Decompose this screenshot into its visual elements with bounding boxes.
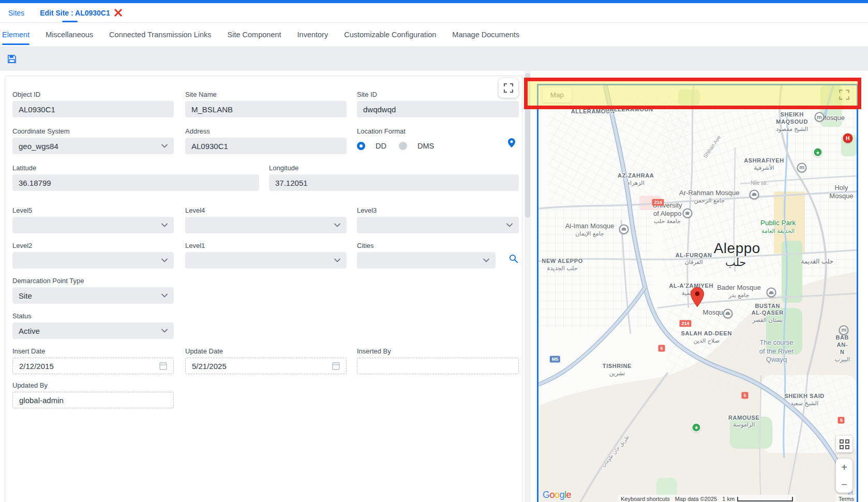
cities-select[interactable] [357,252,496,269]
save-button[interactable] [6,53,18,65]
hospital-poi-icon[interactable] [843,134,852,143]
calendar-icon[interactable] [332,362,340,370]
tab-inventory[interactable]: Inventory [297,24,328,45]
updated-by-field[interactable]: global-admin [12,392,174,408]
mosque-poi-icon[interactable] [723,308,732,318]
map-data-copyright: Map data ©2025 [672,495,720,502]
breadcrumb-edit-site-label: Edit Site : AL0930C1 [40,9,110,17]
longitude-label: Longitude [269,164,519,172]
zoom-in-button[interactable]: + [836,462,852,473]
address-field[interactable] [185,138,347,154]
site-name-field[interactable] [185,101,347,117]
cities-label: Cities [357,242,496,249]
google-logo[interactable]: Google [543,490,571,500]
save-icon [7,54,17,64]
metro-poi-icon[interactable] [839,325,849,335]
breadcrumb-edit-site-tab[interactable]: Edit Site : AL0930C1 [40,9,122,17]
map-scale: 1 km [720,495,796,502]
tab-element[interactable]: Element [2,24,29,45]
site-name-label: Site Name [185,91,347,98]
chevron-down-icon [334,258,340,262]
site-id-label: Site ID [357,91,519,98]
map-fullscreen-button[interactable] [837,87,851,102]
chevron-down-icon [161,258,168,262]
tab-bar: ElementMiscellaneousConnected Transmissi… [0,23,868,47]
chevron-down-icon [161,329,168,333]
breadcrumb-active-indicator [62,21,78,22]
map-zoom-control: + − [836,459,852,493]
tab-connected-transmission-links[interactable]: Connected Transmission Links [109,24,211,45]
form-scrollbar[interactable] [525,71,531,502]
insert-date-field[interactable]: 2/12/2015 [12,358,174,374]
metro-poi-icon[interactable] [815,112,825,122]
mosque-poi-icon[interactable] [749,189,759,199]
school-poi-icon[interactable] [682,208,692,218]
mosque-poi-icon[interactable] [767,288,776,298]
search-icon [509,254,518,263]
location-format-dms-radio[interactable] [399,142,407,150]
form-toolbar [0,47,868,71]
demarcation-point-type-label: Demarcation Point Type [12,277,174,285]
tab-site-component[interactable]: Site Component [228,24,281,45]
mosque-poi-icon[interactable] [619,224,628,234]
map-marker [691,287,704,309]
latitude-field[interactable] [12,174,259,191]
demarcation-point-type-select[interactable]: Site [12,287,174,304]
breadcrumb: Sites Edit Site : AL0930C1 [0,3,868,23]
breadcrumb-sites-link[interactable]: Sites [8,9,24,17]
tab-customizable-configuration[interactable]: Customizable Configuration [344,24,436,45]
location-pin-icon [508,138,515,147]
close-icon[interactable] [114,9,122,17]
status-select[interactable]: Active [12,322,174,339]
metro-poi-icon[interactable] [797,163,807,172]
longitude-field[interactable] [269,174,519,191]
chevron-down-icon [161,223,168,227]
site-id-field[interactable] [357,101,519,117]
scale-bar [737,497,793,501]
cities-search-button[interactable] [509,254,518,264]
object-id-field[interactable] [12,101,174,117]
level1-select[interactable] [185,252,347,269]
map-attribution: Keyboard shortcuts Map data ©2025 1 km T… [618,495,857,502]
chevron-down-icon [506,223,513,227]
map-pin-button[interactable] [508,138,515,149]
update-date-label: Update Date [185,347,347,355]
tab-manage-documents[interactable]: Manage Documents [452,24,519,45]
keyboard-shortcuts-link[interactable]: Keyboard shortcuts [618,495,672,502]
terms-link[interactable]: Terms [836,495,857,502]
chevron-down-icon [483,258,489,262]
update-date-field[interactable]: 5/21/2025 [185,358,347,374]
grid-icon [840,439,849,449]
map-canvas[interactable]: Map ALLERAMOONBALLERAMOUNSHEIKH MAQSOUDا… [537,84,858,502]
fullscreen-icon [839,89,850,100]
fullscreen-icon [503,83,514,93]
tab-miscellaneous[interactable]: Miscellaneous [46,24,93,45]
form-scrollbar-thumb[interactable] [525,73,530,218]
chevron-down-icon [161,293,168,298]
map-imagery-toggle-button[interactable] [836,436,852,452]
level3-select[interactable] [357,217,519,233]
level5-select[interactable] [12,217,174,233]
form-fullscreen-button[interactable] [499,78,518,98]
address-label: Address [185,127,347,135]
level3-label: Level3 [357,206,519,214]
site-edit-form-panel: Object ID Site Name Site ID Coordinate S… [5,76,522,502]
map-type-chip[interactable]: Map [543,87,572,102]
chevron-down-icon [334,223,340,227]
calendar-icon[interactable] [159,362,167,370]
coordinate-system-select[interactable]: geo_wgs84 [12,138,174,154]
location-format-dms-label: DMS [417,142,434,150]
chevron-down-icon [161,144,168,148]
level5-label: Level5 [12,206,174,214]
latitude-label: Latitude [12,164,259,172]
tree-poi-icon[interactable] [813,147,822,157]
level4-select[interactable] [185,217,347,233]
inserted-by-label: Inserted By [357,347,519,355]
insert-date-label: Insert Date [12,347,174,355]
zoom-out-button[interactable]: − [836,479,852,490]
level2-select[interactable] [12,252,174,269]
inserted-by-field[interactable] [357,358,519,374]
updated-by-label: Updated By [12,381,174,389]
tree-poi-icon[interactable] [692,422,701,432]
location-format-dd-radio[interactable] [357,142,365,150]
